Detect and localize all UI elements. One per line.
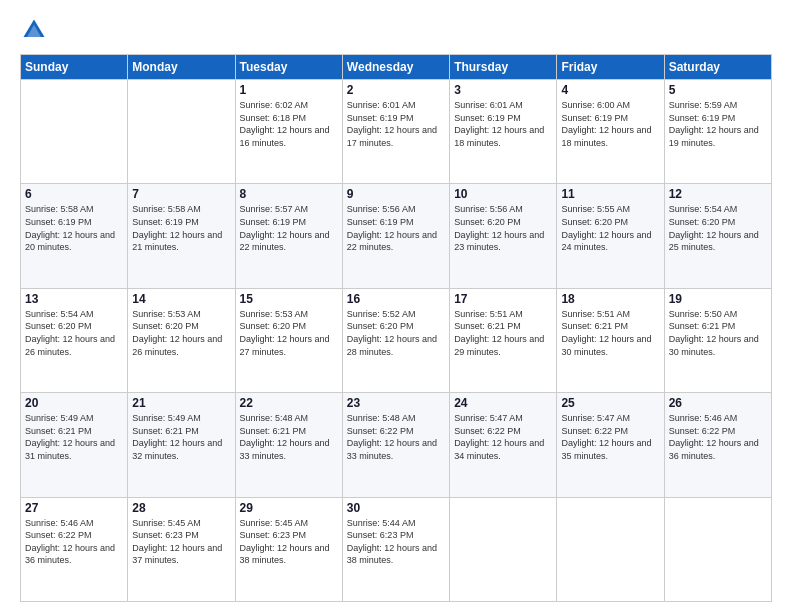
day-number: 3	[454, 83, 552, 97]
day-info: Sunrise: 5:54 AM Sunset: 6:20 PM Dayligh…	[25, 308, 123, 358]
day-info: Sunrise: 6:00 AM Sunset: 6:19 PM Dayligh…	[561, 99, 659, 149]
day-info: Sunrise: 5:44 AM Sunset: 6:23 PM Dayligh…	[347, 517, 445, 567]
logo	[20, 16, 52, 44]
calendar-week-5: 27Sunrise: 5:46 AM Sunset: 6:22 PM Dayli…	[21, 497, 772, 601]
day-number: 2	[347, 83, 445, 97]
calendar-week-1: 1Sunrise: 6:02 AM Sunset: 6:18 PM Daylig…	[21, 80, 772, 184]
day-info: Sunrise: 5:46 AM Sunset: 6:22 PM Dayligh…	[669, 412, 767, 462]
day-info: Sunrise: 5:57 AM Sunset: 6:19 PM Dayligh…	[240, 203, 338, 253]
day-info: Sunrise: 5:54 AM Sunset: 6:20 PM Dayligh…	[669, 203, 767, 253]
page: SundayMondayTuesdayWednesdayThursdayFrid…	[0, 0, 792, 612]
calendar-cell: 20Sunrise: 5:49 AM Sunset: 6:21 PM Dayli…	[21, 393, 128, 497]
day-info: Sunrise: 6:01 AM Sunset: 6:19 PM Dayligh…	[454, 99, 552, 149]
header-cell-sunday: Sunday	[21, 55, 128, 80]
day-number: 15	[240, 292, 338, 306]
day-number: 13	[25, 292, 123, 306]
calendar-cell: 12Sunrise: 5:54 AM Sunset: 6:20 PM Dayli…	[664, 184, 771, 288]
day-number: 5	[669, 83, 767, 97]
calendar-cell: 8Sunrise: 5:57 AM Sunset: 6:19 PM Daylig…	[235, 184, 342, 288]
calendar-cell	[21, 80, 128, 184]
day-info: Sunrise: 5:56 AM Sunset: 6:19 PM Dayligh…	[347, 203, 445, 253]
day-number: 20	[25, 396, 123, 410]
day-number: 23	[347, 396, 445, 410]
day-number: 22	[240, 396, 338, 410]
calendar-cell: 3Sunrise: 6:01 AM Sunset: 6:19 PM Daylig…	[450, 80, 557, 184]
day-number: 1	[240, 83, 338, 97]
day-info: Sunrise: 5:47 AM Sunset: 6:22 PM Dayligh…	[561, 412, 659, 462]
calendar-cell: 23Sunrise: 5:48 AM Sunset: 6:22 PM Dayli…	[342, 393, 449, 497]
calendar-cell: 14Sunrise: 5:53 AM Sunset: 6:20 PM Dayli…	[128, 288, 235, 392]
day-info: Sunrise: 5:48 AM Sunset: 6:22 PM Dayligh…	[347, 412, 445, 462]
header-cell-wednesday: Wednesday	[342, 55, 449, 80]
day-number: 29	[240, 501, 338, 515]
calendar-cell: 25Sunrise: 5:47 AM Sunset: 6:22 PM Dayli…	[557, 393, 664, 497]
day-info: Sunrise: 5:56 AM Sunset: 6:20 PM Dayligh…	[454, 203, 552, 253]
day-number: 10	[454, 187, 552, 201]
day-number: 4	[561, 83, 659, 97]
day-info: Sunrise: 5:49 AM Sunset: 6:21 PM Dayligh…	[25, 412, 123, 462]
calendar-cell: 4Sunrise: 6:00 AM Sunset: 6:19 PM Daylig…	[557, 80, 664, 184]
day-number: 6	[25, 187, 123, 201]
day-info: Sunrise: 5:45 AM Sunset: 6:23 PM Dayligh…	[132, 517, 230, 567]
day-number: 18	[561, 292, 659, 306]
day-info: Sunrise: 6:01 AM Sunset: 6:19 PM Dayligh…	[347, 99, 445, 149]
calendar-cell: 24Sunrise: 5:47 AM Sunset: 6:22 PM Dayli…	[450, 393, 557, 497]
calendar-cell: 10Sunrise: 5:56 AM Sunset: 6:20 PM Dayli…	[450, 184, 557, 288]
calendar-cell: 1Sunrise: 6:02 AM Sunset: 6:18 PM Daylig…	[235, 80, 342, 184]
header-cell-tuesday: Tuesday	[235, 55, 342, 80]
day-number: 14	[132, 292, 230, 306]
day-info: Sunrise: 5:59 AM Sunset: 6:19 PM Dayligh…	[669, 99, 767, 149]
calendar-cell: 19Sunrise: 5:50 AM Sunset: 6:21 PM Dayli…	[664, 288, 771, 392]
calendar-cell: 16Sunrise: 5:52 AM Sunset: 6:20 PM Dayli…	[342, 288, 449, 392]
calendar-cell: 28Sunrise: 5:45 AM Sunset: 6:23 PM Dayli…	[128, 497, 235, 601]
day-info: Sunrise: 5:53 AM Sunset: 6:20 PM Dayligh…	[240, 308, 338, 358]
day-info: Sunrise: 5:58 AM Sunset: 6:19 PM Dayligh…	[25, 203, 123, 253]
day-number: 26	[669, 396, 767, 410]
header-cell-saturday: Saturday	[664, 55, 771, 80]
calendar-cell: 13Sunrise: 5:54 AM Sunset: 6:20 PM Dayli…	[21, 288, 128, 392]
day-number: 21	[132, 396, 230, 410]
header	[20, 16, 772, 44]
day-info: Sunrise: 5:51 AM Sunset: 6:21 PM Dayligh…	[454, 308, 552, 358]
calendar-body: 1Sunrise: 6:02 AM Sunset: 6:18 PM Daylig…	[21, 80, 772, 602]
day-number: 25	[561, 396, 659, 410]
calendar-cell	[664, 497, 771, 601]
day-number: 9	[347, 187, 445, 201]
calendar-cell: 18Sunrise: 5:51 AM Sunset: 6:21 PM Dayli…	[557, 288, 664, 392]
day-number: 12	[669, 187, 767, 201]
day-info: Sunrise: 5:55 AM Sunset: 6:20 PM Dayligh…	[561, 203, 659, 253]
calendar-week-4: 20Sunrise: 5:49 AM Sunset: 6:21 PM Dayli…	[21, 393, 772, 497]
calendar-cell: 7Sunrise: 5:58 AM Sunset: 6:19 PM Daylig…	[128, 184, 235, 288]
calendar-cell	[450, 497, 557, 601]
calendar-cell: 29Sunrise: 5:45 AM Sunset: 6:23 PM Dayli…	[235, 497, 342, 601]
day-info: Sunrise: 5:48 AM Sunset: 6:21 PM Dayligh…	[240, 412, 338, 462]
day-info: Sunrise: 6:02 AM Sunset: 6:18 PM Dayligh…	[240, 99, 338, 149]
header-row: SundayMondayTuesdayWednesdayThursdayFrid…	[21, 55, 772, 80]
day-info: Sunrise: 5:45 AM Sunset: 6:23 PM Dayligh…	[240, 517, 338, 567]
header-cell-friday: Friday	[557, 55, 664, 80]
day-info: Sunrise: 5:49 AM Sunset: 6:21 PM Dayligh…	[132, 412, 230, 462]
calendar-cell: 11Sunrise: 5:55 AM Sunset: 6:20 PM Dayli…	[557, 184, 664, 288]
calendar-cell: 9Sunrise: 5:56 AM Sunset: 6:19 PM Daylig…	[342, 184, 449, 288]
day-number: 19	[669, 292, 767, 306]
day-info: Sunrise: 5:50 AM Sunset: 6:21 PM Dayligh…	[669, 308, 767, 358]
day-info: Sunrise: 5:51 AM Sunset: 6:21 PM Dayligh…	[561, 308, 659, 358]
calendar-cell: 26Sunrise: 5:46 AM Sunset: 6:22 PM Dayli…	[664, 393, 771, 497]
calendar-cell: 5Sunrise: 5:59 AM Sunset: 6:19 PM Daylig…	[664, 80, 771, 184]
calendar-cell: 2Sunrise: 6:01 AM Sunset: 6:19 PM Daylig…	[342, 80, 449, 184]
day-number: 17	[454, 292, 552, 306]
calendar-cell	[128, 80, 235, 184]
calendar-week-3: 13Sunrise: 5:54 AM Sunset: 6:20 PM Dayli…	[21, 288, 772, 392]
day-number: 8	[240, 187, 338, 201]
calendar-cell: 27Sunrise: 5:46 AM Sunset: 6:22 PM Dayli…	[21, 497, 128, 601]
day-info: Sunrise: 5:53 AM Sunset: 6:20 PM Dayligh…	[132, 308, 230, 358]
calendar-cell	[557, 497, 664, 601]
calendar-cell: 30Sunrise: 5:44 AM Sunset: 6:23 PM Dayli…	[342, 497, 449, 601]
calendar-table: SundayMondayTuesdayWednesdayThursdayFrid…	[20, 54, 772, 602]
calendar-week-2: 6Sunrise: 5:58 AM Sunset: 6:19 PM Daylig…	[21, 184, 772, 288]
day-number: 27	[25, 501, 123, 515]
calendar-cell: 22Sunrise: 5:48 AM Sunset: 6:21 PM Dayli…	[235, 393, 342, 497]
header-cell-thursday: Thursday	[450, 55, 557, 80]
day-number: 11	[561, 187, 659, 201]
calendar-cell: 15Sunrise: 5:53 AM Sunset: 6:20 PM Dayli…	[235, 288, 342, 392]
